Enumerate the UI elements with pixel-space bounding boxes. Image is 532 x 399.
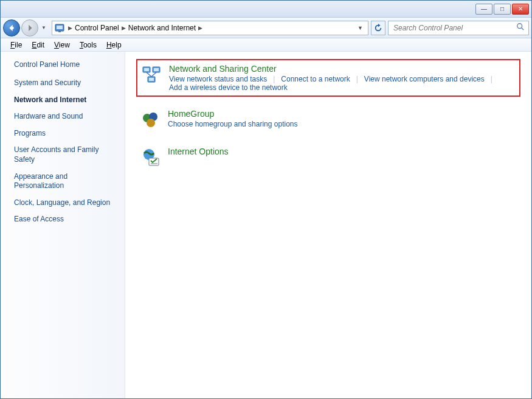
back-arrow-icon: [7, 24, 16, 32]
control-panel-window: — □ ✕ ▼ ▶ Control Panel ▶ Network and In…: [0, 0, 532, 399]
menu-tools[interactable]: Tools: [75, 40, 102, 50]
titlebar: — □ ✕: [1, 1, 531, 18]
link-separator: |: [273, 75, 281, 83]
homegroup-link[interactable]: HomeGroup: [168, 109, 517, 119]
address-dropdown[interactable]: ▼: [355, 25, 365, 31]
svg-rect-2: [58, 31, 61, 32]
internet-options-link[interactable]: Internet Options: [168, 147, 517, 156]
forward-button[interactable]: [21, 19, 38, 36]
location-icon: [55, 23, 64, 33]
breadcrumb-item-network[interactable]: Network and Internet: [127, 24, 197, 32]
menu-edit[interactable]: Edit: [27, 40, 49, 50]
section-homegroup: HomeGroup Choose homegroup and sharing o…: [136, 105, 520, 134]
sidebar-item-clock-language[interactable]: Clock, Language, and Region: [14, 198, 119, 208]
content-area: Control Panel Home System and Security N…: [1, 52, 531, 398]
refresh-icon: [374, 24, 382, 32]
section-body: HomeGroup Choose homegroup and sharing o…: [168, 109, 517, 131]
svg-line-12: [151, 72, 156, 77]
network-sharing-icon: [141, 64, 163, 86]
svg-rect-6: [144, 68, 149, 71]
address-bar[interactable]: ▶ Control Panel ▶ Network and Internet ▶…: [52, 21, 368, 35]
search-box[interactable]: [388, 21, 529, 35]
svg-rect-8: [154, 68, 159, 71]
maximize-button[interactable]: □: [494, 4, 511, 15]
nav-buttons: ▼: [3, 19, 48, 36]
svg-line-4: [522, 28, 524, 30]
search-input[interactable]: [392, 23, 516, 33]
link-separator: |: [356, 75, 364, 83]
sidebar-item-appearance[interactable]: Appearance and Personalization: [14, 172, 119, 191]
sidebar-item-programs[interactable]: Programs: [14, 129, 119, 139]
link-separator: |: [491, 75, 499, 83]
svg-rect-1: [57, 26, 63, 29]
view-network-status-link[interactable]: View network status and tasks: [169, 75, 273, 83]
breadcrumb-arrow-icon[interactable]: ▶: [67, 25, 74, 31]
internet-options-icon: [140, 147, 162, 168]
search-icon[interactable]: [516, 23, 525, 33]
svg-point-3: [517, 24, 522, 29]
breadcrumb: ▶ Control Panel ▶ Network and Internet ▶: [67, 24, 204, 32]
sidebar-item-user-accounts[interactable]: User Accounts and Family Safety: [14, 145, 119, 164]
forward-arrow-icon: [26, 24, 34, 32]
network-sharing-center-link[interactable]: Network and Sharing Center: [169, 64, 516, 74]
close-button[interactable]: ✕: [512, 4, 529, 15]
section-internet-options: Internet Options: [136, 143, 520, 172]
breadcrumb-item-control-panel[interactable]: Control Panel: [74, 24, 120, 32]
section-links: Choose homegroup and sharing options: [168, 120, 517, 128]
navbar: ▼ ▶ Control Panel ▶ Network and Internet…: [1, 18, 531, 38]
section-body: Internet Options: [168, 147, 517, 168]
connect-to-network-link[interactable]: Connect to a network: [281, 75, 356, 83]
sidebar-item-network-internet[interactable]: Network and Internet: [14, 95, 119, 105]
refresh-button[interactable]: [371, 21, 385, 35]
main-panel: Network and Sharing Center View network …: [125, 52, 531, 398]
menu-view[interactable]: View: [49, 40, 75, 50]
section-network-sharing: Network and Sharing Center View network …: [136, 59, 520, 97]
choose-homegroup-options-link[interactable]: Choose homegroup and sharing options: [168, 120, 303, 128]
back-button[interactable]: [3, 19, 20, 36]
section-links: View network status and tasks | Connect …: [169, 75, 516, 92]
breadcrumb-arrow-icon[interactable]: ▶: [197, 25, 204, 31]
svg-point-15: [147, 119, 155, 127]
homegroup-icon: [140, 109, 162, 131]
recent-pages-dropdown[interactable]: ▼: [40, 20, 48, 36]
view-network-computers-link[interactable]: View network computers and devices: [364, 75, 491, 83]
sidebar-item-system-security[interactable]: System and Security: [14, 78, 119, 88]
sidebar-item-ease-of-access[interactable]: Ease of Access: [14, 215, 119, 224]
menu-file[interactable]: File: [5, 40, 27, 50]
sidebar-item-hardware-sound[interactable]: Hardware and Sound: [14, 112, 119, 122]
svg-line-11: [147, 72, 151, 77]
svg-rect-10: [149, 78, 154, 81]
menubar: File Edit View Tools Help: [1, 38, 531, 52]
add-wireless-device-link[interactable]: Add a wireless device to the network: [169, 83, 294, 92]
section-body: Network and Sharing Center View network …: [169, 64, 516, 92]
breadcrumb-arrow-icon[interactable]: ▶: [120, 25, 127, 31]
menu-help[interactable]: Help: [102, 40, 126, 50]
sidebar: Control Panel Home System and Security N…: [1, 52, 125, 398]
control-panel-home-link[interactable]: Control Panel Home: [14, 60, 119, 69]
minimize-button[interactable]: —: [475, 4, 492, 15]
